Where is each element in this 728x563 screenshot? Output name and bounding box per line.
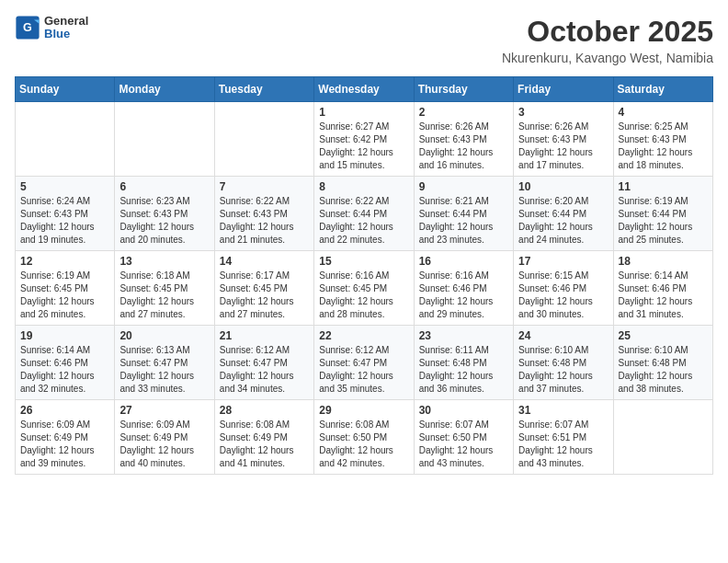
- weekday-header-thursday: Thursday: [414, 77, 513, 102]
- day-info: Sunrise: 6:22 AMSunset: 6:44 PMDaylight:…: [319, 195, 408, 247]
- calendar-cell: 15Sunrise: 6:16 AMSunset: 6:45 PMDayligh…: [314, 251, 414, 326]
- calendar-cell: 18Sunrise: 6:14 AMSunset: 6:46 PMDayligh…: [613, 251, 712, 326]
- svg-text:G: G: [23, 21, 32, 34]
- calendar-cell: [115, 102, 214, 177]
- day-info: Sunrise: 6:19 AMSunset: 6:44 PMDaylight:…: [619, 195, 708, 247]
- calendar-cell: [16, 102, 115, 177]
- calendar-cell: 25Sunrise: 6:10 AMSunset: 6:48 PMDayligh…: [613, 326, 712, 400]
- logo-icon: G: [15, 15, 40, 40]
- page-header: G General Blue October 2025 Nkurenkuru, …: [15, 15, 713, 65]
- calendar-cell: 9Sunrise: 6:21 AMSunset: 6:44 PMDaylight…: [414, 177, 513, 251]
- day-number: 29: [319, 404, 408, 417]
- day-number: 28: [220, 404, 309, 417]
- day-info: Sunrise: 6:08 AMSunset: 6:50 PMDaylight:…: [319, 419, 408, 470]
- day-info: Sunrise: 6:13 AMSunset: 6:47 PMDaylight:…: [119, 344, 209, 396]
- day-info: Sunrise: 6:24 AMSunset: 6:43 PMDaylight:…: [20, 195, 109, 247]
- day-number: 30: [419, 404, 508, 417]
- week-row-3: 12Sunrise: 6:19 AMSunset: 6:45 PMDayligh…: [16, 251, 713, 326]
- weekday-header-saturday: Saturday: [613, 77, 712, 102]
- day-number: 17: [518, 255, 608, 268]
- day-info: Sunrise: 6:18 AMSunset: 6:45 PMDaylight:…: [119, 270, 209, 321]
- day-number: 7: [220, 180, 309, 193]
- day-number: 21: [220, 329, 309, 342]
- weekday-header-wednesday: Wednesday: [314, 77, 414, 102]
- day-number: 23: [419, 329, 508, 342]
- day-number: 9: [419, 180, 508, 193]
- day-info: Sunrise: 6:09 AMSunset: 6:49 PMDaylight:…: [20, 419, 109, 470]
- calendar-cell: 14Sunrise: 6:17 AMSunset: 6:45 PMDayligh…: [214, 251, 313, 326]
- day-info: Sunrise: 6:12 AMSunset: 6:47 PMDaylight:…: [319, 344, 408, 396]
- day-number: 18: [619, 255, 708, 268]
- day-info: Sunrise: 6:09 AMSunset: 6:49 PMDaylight:…: [119, 419, 209, 470]
- calendar-cell: 23Sunrise: 6:11 AMSunset: 6:48 PMDayligh…: [414, 326, 513, 400]
- day-number: 22: [319, 329, 408, 342]
- day-info: Sunrise: 6:14 AMSunset: 6:46 PMDaylight:…: [20, 344, 109, 396]
- calendar-cell: 7Sunrise: 6:22 AMSunset: 6:43 PMDaylight…: [214, 177, 313, 251]
- calendar-cell: 2Sunrise: 6:26 AMSunset: 6:43 PMDaylight…: [414, 102, 513, 177]
- calendar-cell: 1Sunrise: 6:27 AMSunset: 6:42 PMDaylight…: [314, 102, 414, 177]
- day-number: 15: [319, 255, 408, 268]
- day-number: 5: [20, 180, 109, 193]
- calendar-cell: 12Sunrise: 6:19 AMSunset: 6:45 PMDayligh…: [16, 251, 115, 326]
- title-block: October 2025 Nkurenkuru, Kavango West, N…: [502, 15, 713, 65]
- calendar-cell: 22Sunrise: 6:12 AMSunset: 6:47 PMDayligh…: [314, 326, 414, 400]
- calendar-cell: [613, 400, 712, 475]
- calendar-cell: 19Sunrise: 6:14 AMSunset: 6:46 PMDayligh…: [16, 326, 115, 400]
- calendar-cell: 6Sunrise: 6:23 AMSunset: 6:43 PMDaylight…: [115, 177, 214, 251]
- day-info: Sunrise: 6:26 AMSunset: 6:43 PMDaylight:…: [518, 121, 608, 172]
- day-number: 14: [220, 255, 309, 268]
- calendar-table: SundayMondayTuesdayWednesdayThursdayFrid…: [15, 76, 713, 475]
- day-info: Sunrise: 6:16 AMSunset: 6:46 PMDaylight:…: [419, 270, 508, 321]
- day-number: 13: [119, 255, 209, 268]
- calendar-cell: 26Sunrise: 6:09 AMSunset: 6:49 PMDayligh…: [16, 400, 115, 475]
- day-info: Sunrise: 6:19 AMSunset: 6:45 PMDaylight:…: [20, 270, 109, 321]
- weekday-header-sunday: Sunday: [16, 77, 115, 102]
- day-info: Sunrise: 6:15 AMSunset: 6:46 PMDaylight:…: [518, 270, 608, 321]
- calendar-cell: 24Sunrise: 6:10 AMSunset: 6:48 PMDayligh…: [514, 326, 613, 400]
- day-info: Sunrise: 6:25 AMSunset: 6:43 PMDaylight:…: [619, 121, 708, 172]
- day-number: 12: [20, 255, 109, 268]
- logo-blue-text: Blue: [44, 28, 88, 40]
- logo-general-text: General: [44, 15, 88, 28]
- calendar-cell: 11Sunrise: 6:19 AMSunset: 6:44 PMDayligh…: [613, 177, 712, 251]
- day-info: Sunrise: 6:14 AMSunset: 6:46 PMDaylight:…: [619, 270, 708, 321]
- calendar-cell: 20Sunrise: 6:13 AMSunset: 6:47 PMDayligh…: [115, 326, 214, 400]
- day-number: 26: [20, 404, 109, 417]
- day-number: 4: [619, 106, 708, 119]
- day-info: Sunrise: 6:22 AMSunset: 6:43 PMDaylight:…: [220, 195, 309, 247]
- calendar-cell: [214, 102, 313, 177]
- day-info: Sunrise: 6:21 AMSunset: 6:44 PMDaylight:…: [419, 195, 508, 247]
- week-row-2: 5Sunrise: 6:24 AMSunset: 6:43 PMDaylight…: [16, 177, 713, 251]
- day-info: Sunrise: 6:10 AMSunset: 6:48 PMDaylight:…: [619, 344, 708, 396]
- day-info: Sunrise: 6:10 AMSunset: 6:48 PMDaylight:…: [518, 344, 608, 396]
- day-number: 10: [518, 180, 608, 193]
- calendar-cell: 17Sunrise: 6:15 AMSunset: 6:46 PMDayligh…: [514, 251, 613, 326]
- calendar-cell: 10Sunrise: 6:20 AMSunset: 6:44 PMDayligh…: [514, 177, 613, 251]
- day-info: Sunrise: 6:20 AMSunset: 6:44 PMDaylight:…: [518, 195, 608, 247]
- calendar-cell: 8Sunrise: 6:22 AMSunset: 6:44 PMDaylight…: [314, 177, 414, 251]
- day-number: 19: [20, 329, 109, 342]
- day-info: Sunrise: 6:11 AMSunset: 6:48 PMDaylight:…: [419, 344, 508, 396]
- calendar-cell: 13Sunrise: 6:18 AMSunset: 6:45 PMDayligh…: [115, 251, 214, 326]
- day-number: 1: [319, 106, 408, 119]
- day-number: 20: [119, 329, 209, 342]
- weekday-header-row: SundayMondayTuesdayWednesdayThursdayFrid…: [16, 77, 713, 102]
- day-info: Sunrise: 6:08 AMSunset: 6:49 PMDaylight:…: [220, 419, 309, 470]
- day-info: Sunrise: 6:23 AMSunset: 6:43 PMDaylight:…: [119, 195, 209, 247]
- weekday-header-monday: Monday: [115, 77, 214, 102]
- day-info: Sunrise: 6:26 AMSunset: 6:43 PMDaylight:…: [419, 121, 508, 172]
- day-number: 3: [518, 106, 608, 119]
- day-number: 31: [518, 404, 608, 417]
- calendar-cell: 29Sunrise: 6:08 AMSunset: 6:50 PMDayligh…: [314, 400, 414, 475]
- day-number: 25: [619, 329, 708, 342]
- calendar-cell: 16Sunrise: 6:16 AMSunset: 6:46 PMDayligh…: [414, 251, 513, 326]
- week-row-1: 1Sunrise: 6:27 AMSunset: 6:42 PMDaylight…: [16, 102, 713, 177]
- day-info: Sunrise: 6:17 AMSunset: 6:45 PMDaylight:…: [220, 270, 309, 321]
- calendar-cell: 21Sunrise: 6:12 AMSunset: 6:47 PMDayligh…: [214, 326, 313, 400]
- day-number: 27: [119, 404, 209, 417]
- calendar-cell: 27Sunrise: 6:09 AMSunset: 6:49 PMDayligh…: [115, 400, 214, 475]
- day-number: 24: [518, 329, 608, 342]
- calendar-cell: 30Sunrise: 6:07 AMSunset: 6:50 PMDayligh…: [414, 400, 513, 475]
- week-row-4: 19Sunrise: 6:14 AMSunset: 6:46 PMDayligh…: [16, 326, 713, 400]
- day-number: 6: [119, 180, 209, 193]
